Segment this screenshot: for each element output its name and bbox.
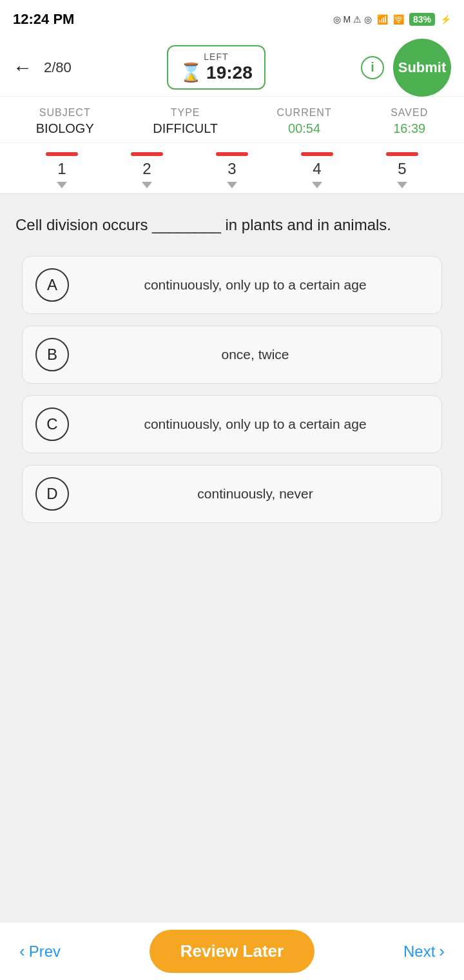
nav-arrow-4	[312, 182, 322, 188]
option-C[interactable]: C continuously, only up to a certain age	[22, 395, 442, 453]
timer-value: ⌛ 19:28	[180, 62, 253, 83]
nav-item-1[interactable]: 1	[46, 152, 78, 188]
nav-arrow-1	[57, 182, 67, 188]
subject-label: SUBJECT	[39, 107, 91, 119]
current-label: CURRENT	[276, 107, 331, 119]
nav-arrow-5	[397, 182, 407, 188]
nav-bar-5	[386, 152, 418, 156]
nav-bar-1	[46, 152, 78, 156]
timer-countdown: 19:28	[206, 63, 253, 83]
info-icon[interactable]: i	[361, 56, 384, 79]
nav-arrow-3	[227, 182, 237, 188]
wifi-icon: 🛜	[393, 14, 404, 24]
timer-icon: ⌛	[180, 62, 202, 83]
option-A[interactable]: A continuously, only up to a certain age	[22, 256, 442, 314]
prev-button[interactable]: ‹ Prev	[19, 941, 61, 961]
options-list: A continuously, only up to a certain age…	[15, 256, 449, 523]
question-count: 2/80	[44, 59, 72, 76]
question-area: Cell division occurs ________ in plants …	[0, 194, 464, 536]
nav-bar-2	[131, 152, 163, 156]
option-letter-D: D	[35, 477, 69, 511]
chevron-left-icon: ‹	[19, 941, 25, 961]
saved-label: SAVED	[391, 107, 428, 119]
chevron-right-icon: ›	[439, 941, 445, 961]
next-label: Next	[403, 943, 435, 961]
submit-button[interactable]: Submit	[393, 39, 451, 97]
nav-item-4[interactable]: 4	[301, 152, 333, 188]
current-value: 00:54	[288, 121, 320, 136]
option-text-D: continuously, never	[82, 486, 429, 502]
nav-item-3[interactable]: 3	[216, 152, 248, 188]
prev-label: Prev	[29, 943, 61, 961]
nav-number-1: 1	[57, 160, 66, 178]
question-text: Cell division occurs ________ in plants …	[15, 213, 449, 237]
status-bar: 12:24 PM ◎ M ⚠ ◎ 📶 🛜 83% ⚡	[0, 0, 464, 39]
option-letter-B: B	[35, 338, 69, 371]
timer-label: LEFT	[204, 52, 228, 62]
nav-arrow-2	[142, 182, 152, 188]
bottom-nav: ‹ Prev Review Later Next ›	[0, 922, 464, 980]
battery-icon: 83%	[409, 13, 435, 26]
header: ← 2/80 LEFT ⌛ 19:28 i Submit	[0, 39, 464, 97]
type-label: TYPE	[171, 107, 200, 119]
nav-number-4: 4	[313, 160, 321, 178]
signal-icon: 📶	[377, 14, 388, 24]
header-right: i Submit	[361, 39, 451, 97]
meta-type: TYPE DIFFICULT	[153, 107, 218, 136]
meta-row: SUBJECT BIOLOGY TYPE DIFFICULT CURRENT 0…	[0, 97, 464, 143]
option-text-B: once, twice	[82, 347, 429, 362]
timer-box: LEFT ⌛ 19:28	[167, 45, 266, 90]
option-D[interactable]: D continuously, never	[22, 465, 442, 523]
notification-icons: ◎ M ⚠ ◎	[333, 14, 372, 24]
option-B[interactable]: B once, twice	[22, 326, 442, 384]
subject-value: BIOLOGY	[36, 121, 94, 136]
meta-current: CURRENT 00:54	[276, 107, 331, 136]
question-nav: 1 2 3 4 5	[0, 143, 464, 194]
header-left: ← 2/80	[13, 57, 72, 79]
status-icons: ◎ M ⚠ ◎ 📶 🛜 83% ⚡	[333, 13, 451, 26]
type-value: DIFFICULT	[153, 121, 218, 136]
next-button[interactable]: Next ›	[403, 941, 445, 961]
meta-saved: SAVED 16:39	[391, 107, 428, 136]
saved-value: 16:39	[393, 121, 425, 136]
nav-item-2[interactable]: 2	[131, 152, 163, 188]
back-button[interactable]: ←	[13, 57, 32, 79]
option-letter-C: C	[35, 407, 69, 441]
review-later-button[interactable]: Review Later	[150, 930, 314, 973]
option-letter-A: A	[35, 268, 69, 302]
nav-bar-3	[216, 152, 248, 156]
nav-bar-4	[301, 152, 333, 156]
nav-number-2: 2	[142, 160, 151, 178]
nav-number-3: 3	[227, 160, 236, 178]
nav-item-5[interactable]: 5	[386, 152, 418, 188]
option-text-A: continuously, only up to a certain age	[82, 277, 429, 293]
option-text-C: continuously, only up to a certain age	[82, 416, 429, 432]
charging-icon: ⚡	[440, 14, 451, 24]
meta-subject: SUBJECT BIOLOGY	[36, 107, 94, 136]
nav-number-5: 5	[398, 160, 406, 178]
status-time: 12:24 PM	[13, 11, 74, 28]
